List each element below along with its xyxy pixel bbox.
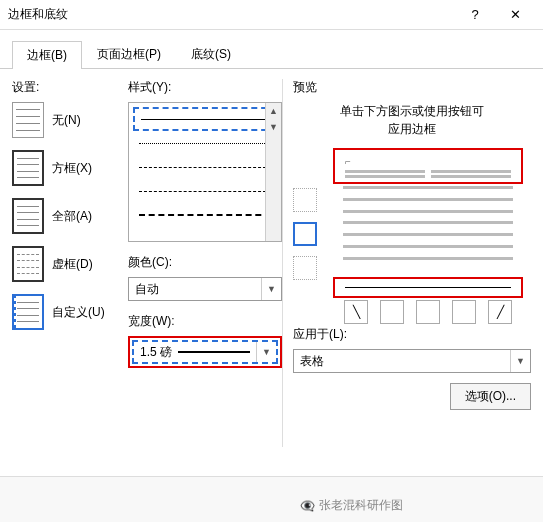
options-button[interactable]: 选项(O)... — [450, 383, 531, 410]
color-label: 颜色(C): — [128, 254, 282, 271]
width-dropdown[interactable]: 1.5 磅 ▼ — [132, 340, 278, 364]
preview-label: 预览 — [293, 79, 531, 96]
wechat-icon: 👁‍🗨 — [300, 499, 315, 513]
width-highlight: 1.5 磅 ▼ — [128, 336, 282, 368]
setting-none[interactable]: 无(N) — [12, 102, 122, 138]
tab-shading[interactable]: 底纹(S) — [176, 40, 246, 68]
window-title: 边框和底纹 — [8, 6, 455, 23]
tab-page-border[interactable]: 页面边框(P) — [82, 40, 176, 68]
preview-hmid-border-button[interactable] — [293, 222, 317, 246]
chevron-down-icon: ▼ — [256, 342, 276, 362]
settings-label: 设置: — [12, 79, 122, 96]
all-icon — [12, 198, 44, 234]
preview-bottom-border-button[interactable] — [293, 256, 317, 280]
custom-icon — [12, 294, 44, 330]
style-item-dash3[interactable] — [133, 203, 277, 227]
style-scrollbar[interactable]: ▲▼ — [265, 103, 281, 241]
style-label: 样式(Y): — [128, 79, 282, 96]
none-icon — [12, 102, 44, 138]
close-button[interactable]: ✕ — [495, 1, 535, 29]
style-list[interactable]: ▲▼ — [128, 102, 282, 242]
preview-box[interactable]: ⌐ ╲ ╱ — [325, 148, 531, 318]
setting-box[interactable]: 方框(X) — [12, 150, 122, 186]
box-icon — [12, 150, 44, 186]
preview-vmid-border-button[interactable] — [416, 300, 440, 324]
preview-top-border-button[interactable] — [293, 188, 317, 212]
width-label: 宽度(W): — [128, 313, 282, 330]
setting-dashed[interactable]: 虚框(D) — [12, 246, 122, 282]
style-item-dash1[interactable] — [133, 155, 277, 179]
watermark: 👁‍🗨 张老混科研作图 — [300, 497, 403, 514]
dash-icon — [12, 246, 44, 282]
tab-border[interactable]: 边框(B) — [12, 41, 82, 69]
style-item-dash2[interactable] — [133, 179, 277, 203]
preview-hint: 单击下方图示或使用按钮可应用边框 — [293, 102, 531, 138]
style-item-solid[interactable] — [133, 107, 277, 131]
apply-to-label: 应用于(L): — [293, 326, 531, 343]
help-button[interactable]: ? — [455, 1, 495, 29]
preview-left-border-button[interactable] — [380, 300, 404, 324]
chevron-down-icon: ▼ — [510, 350, 530, 372]
preview-diag2-button[interactable]: ╱ — [488, 300, 512, 324]
color-dropdown[interactable]: 自动 ▼ — [128, 277, 282, 301]
setting-custom[interactable]: 自定义(U) — [12, 294, 122, 330]
preview-right-border-button[interactable] — [452, 300, 476, 324]
style-item-dot[interactable] — [133, 131, 277, 155]
tab-bar: 边框(B) 页面边框(P) 底纹(S) — [0, 40, 543, 69]
apply-to-dropdown[interactable]: 表格 ▼ — [293, 349, 531, 373]
chevron-down-icon: ▼ — [261, 278, 281, 300]
setting-all[interactable]: 全部(A) — [12, 198, 122, 234]
preview-diag-button[interactable]: ╲ — [344, 300, 368, 324]
